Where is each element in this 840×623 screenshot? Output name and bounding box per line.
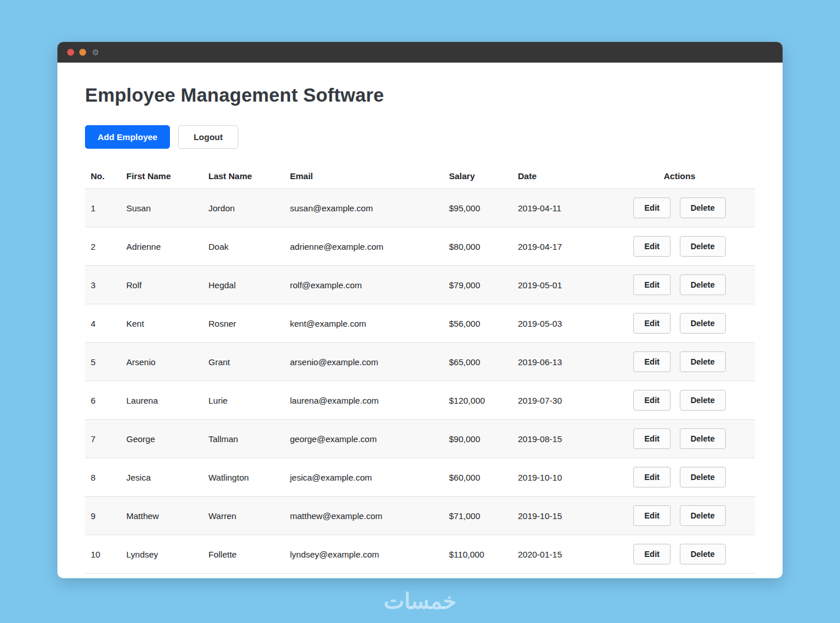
table-row: 2AdrienneDoakadrienne@example.com$80,000…	[85, 227, 755, 266]
email-cell: matthew@example.com	[284, 497, 443, 535]
salary-cell: $56,000	[443, 304, 512, 343]
first-name-cell: Matthew	[121, 497, 203, 535]
add-employee-button[interactable]: Add Employee	[85, 125, 170, 149]
delete-button[interactable]: Delete	[680, 505, 726, 526]
date-cell: 2019-08-15	[512, 420, 604, 458]
delete-button[interactable]: Delete	[680, 428, 726, 449]
row-number-cell: 2	[85, 227, 121, 266]
edit-button[interactable]: Edit	[633, 351, 670, 372]
edit-button[interactable]: Edit	[633, 467, 670, 487]
row-number-cell: 3	[85, 266, 121, 304]
delete-button[interactable]: Delete	[680, 198, 726, 218]
table-row: 6LaurenaLurielaurena@example.com$120,000…	[85, 381, 755, 420]
table-row: 3RolfHegdalrolf@example.com$79,0002019-0…	[85, 266, 755, 304]
last-name-cell: Rosner	[203, 304, 284, 343]
actions-cell: EditDelete	[604, 304, 755, 343]
delete-button[interactable]: Delete	[680, 544, 726, 564]
row-number-cell: 7	[85, 420, 121, 458]
actions-cell: EditDelete	[604, 535, 755, 574]
header-first-name: First Name	[121, 164, 203, 189]
date-cell: 2019-10-15	[512, 497, 604, 535]
row-number-cell: 4	[85, 304, 121, 343]
table-row: 7GeorgeTallmangeorge@example.com$90,0002…	[85, 420, 755, 458]
first-name-cell: Lyndsey	[121, 535, 203, 574]
email-cell: lyndsey@example.com	[284, 535, 443, 574]
actions-cell: EditDelete	[604, 381, 755, 420]
first-name-cell: George	[121, 420, 203, 458]
minimize-window-button[interactable]	[79, 49, 86, 56]
date-cell: 2019-05-03	[512, 304, 604, 343]
salary-cell: $80,000	[443, 227, 512, 266]
edit-button[interactable]: Edit	[633, 274, 670, 295]
page-title: Employee Management Software	[85, 84, 755, 106]
salary-cell: $110,000	[443, 535, 512, 574]
table-row: 8JesicaWatlingtonjesica@example.com$60,0…	[85, 458, 755, 497]
delete-button[interactable]: Delete	[680, 467, 726, 487]
salary-cell: $71,000	[443, 497, 512, 535]
first-name-cell: Rolf	[121, 266, 203, 304]
edit-button[interactable]: Edit	[633, 198, 670, 218]
app-window: ⚙ Employee Management Software Add Emplo…	[57, 42, 783, 578]
delete-button[interactable]: Delete	[680, 274, 726, 295]
edit-button[interactable]: Edit	[633, 544, 670, 564]
row-number-cell: 5	[85, 343, 121, 381]
close-window-button[interactable]	[67, 49, 74, 56]
logout-button[interactable]: Logout	[178, 125, 238, 149]
email-cell: george@example.com	[284, 420, 443, 458]
salary-cell: $79,000	[443, 266, 512, 304]
date-cell: 2019-07-30	[512, 381, 604, 420]
last-name-cell: Watlington	[203, 458, 284, 497]
header-date: Date	[512, 164, 604, 189]
email-cell: laurena@example.com	[284, 381, 443, 420]
delete-button[interactable]: Delete	[680, 351, 726, 372]
table-row: 1SusanJordonsusan@example.com$95,0002019…	[85, 189, 755, 227]
row-number-cell: 8	[85, 458, 121, 497]
employee-table: No. First Name Last Name Email Salary Da…	[85, 164, 755, 574]
email-cell: rolf@example.com	[284, 266, 443, 304]
actions-cell: EditDelete	[604, 266, 755, 304]
table-row: 5ArsenioGrantarsenio@example.com$65,0002…	[85, 343, 755, 381]
last-name-cell: Warren	[203, 497, 284, 535]
date-cell: 2019-04-17	[512, 227, 604, 266]
window-content: Employee Management Software Add Employe…	[57, 63, 783, 574]
email-cell: adrienne@example.com	[284, 227, 443, 266]
salary-cell: $65,000	[443, 343, 512, 381]
delete-button[interactable]: Delete	[680, 236, 726, 257]
first-name-cell: Arsenio	[121, 343, 203, 381]
salary-cell: $60,000	[443, 458, 512, 497]
email-cell: susan@example.com	[284, 189, 443, 227]
row-number-cell: 10	[85, 535, 121, 574]
edit-button[interactable]: Edit	[633, 505, 670, 526]
salary-cell: $90,000	[443, 420, 512, 458]
salary-cell: $120,000	[443, 381, 512, 420]
first-name-cell: Laurena	[121, 381, 203, 420]
table-row: 9MatthewWarrenmatthew@example.com$71,000…	[85, 497, 755, 535]
header-email: Email	[284, 164, 443, 189]
last-name-cell: Lurie	[203, 381, 284, 420]
table-header-row: No. First Name Last Name Email Salary Da…	[85, 164, 755, 189]
employee-table-body: 1SusanJordonsusan@example.com$95,0002019…	[85, 189, 755, 574]
actions-cell: EditDelete	[604, 189, 755, 227]
date-cell: 2019-04-11	[512, 189, 604, 227]
header-last-name: Last Name	[203, 164, 284, 189]
date-cell: 2019-10-10	[512, 458, 604, 497]
row-number-cell: 1	[85, 189, 121, 227]
email-cell: kent@example.com	[284, 304, 443, 343]
date-cell: 2019-05-01	[512, 266, 604, 304]
edit-button[interactable]: Edit	[633, 428, 670, 449]
edit-button[interactable]: Edit	[633, 236, 670, 257]
header-no: No.	[85, 164, 121, 189]
window-titlebar: ⚙	[57, 42, 783, 63]
edit-button[interactable]: Edit	[633, 313, 670, 334]
email-cell: arsenio@example.com	[284, 343, 443, 381]
table-row: 4KentRosnerkent@example.com$56,0002019-0…	[85, 304, 755, 343]
actions-cell: EditDelete	[604, 420, 755, 458]
delete-button[interactable]: Delete	[680, 313, 726, 334]
toolbar: Add Employee Logout	[85, 125, 755, 149]
edit-button[interactable]: Edit	[633, 390, 670, 411]
first-name-cell: Jesica	[121, 458, 203, 497]
header-actions: Actions	[604, 164, 755, 189]
first-name-cell: Adrienne	[121, 227, 203, 266]
delete-button[interactable]: Delete	[680, 390, 726, 411]
gear-icon[interactable]: ⚙	[92, 48, 99, 56]
